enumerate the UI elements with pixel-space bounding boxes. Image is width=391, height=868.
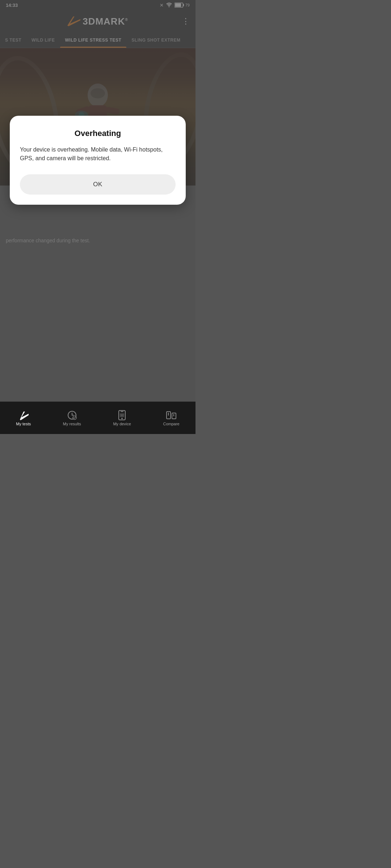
my-results-icon [67,410,77,420]
compare-icon [166,410,176,420]
nav-item-my-results[interactable]: My results [56,407,88,429]
overheating-dialog: Overheating Your device is overheating. … [10,116,186,205]
svg-marker-16 [20,412,29,420]
nav-item-compare[interactable]: Compare [156,407,186,429]
svg-rect-20 [121,411,123,412]
dialog-ok-button[interactable]: OK [20,174,176,195]
my-tests-icon [18,410,29,420]
my-device-label: My device [113,422,131,426]
compare-label: Compare [163,422,179,426]
nav-item-my-tests[interactable]: My tests [9,407,38,429]
nav-item-my-device[interactable]: i My device [106,407,138,429]
my-tests-label: My tests [16,422,31,426]
bottom-nav: My tests My results i My device [0,401,196,434]
dim-overlay [0,0,196,434]
dialog-body: Your device is overheating. Mobile data,… [20,145,176,163]
dialog-title: Overheating [20,129,176,138]
svg-text:i: i [122,414,122,417]
my-results-label: My results [63,422,81,426]
my-device-icon: i [117,410,127,420]
svg-point-23 [121,418,123,419]
